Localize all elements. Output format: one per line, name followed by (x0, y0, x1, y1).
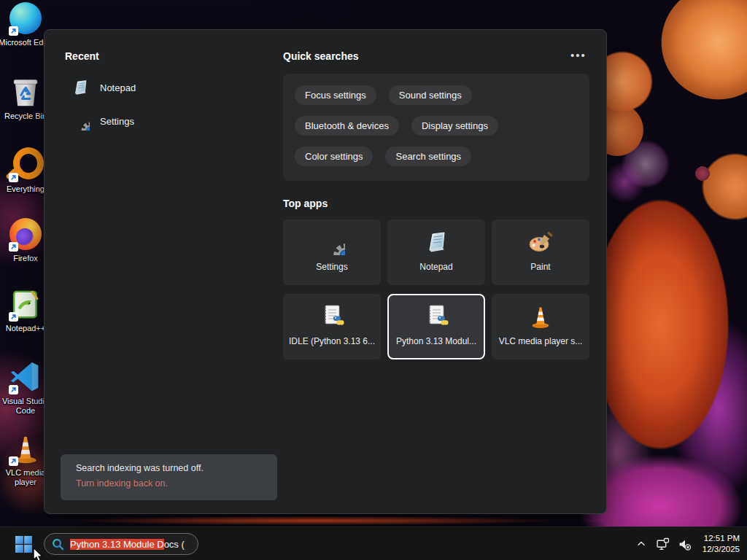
vscode-icon (7, 359, 44, 395)
shortcut-arrow-icon (9, 242, 18, 252)
shortcut-arrow-icon (9, 456, 18, 466)
recent-list: Notepad Settings (65, 71, 269, 138)
gear-icon (71, 112, 90, 131)
app-tile-label: VLC media player s... (499, 336, 583, 346)
python-document-icon (319, 303, 345, 330)
gear-icon (319, 229, 345, 255)
app-tile-idle-python[interactable]: IDLE (Python 3.13 6... (283, 294, 381, 359)
notepad-icon (71, 78, 90, 97)
app-tile-vlc-skinned[interactable]: VLC media player s... (492, 294, 589, 359)
app-tile-label: Python 3.13 Modul... (396, 336, 476, 346)
quick-search-pill[interactable]: Search settings (385, 147, 471, 166)
search-flyout-panel: Recent Notepad Settings Quick searches •… (44, 29, 607, 514)
ellipsis-icon: ••• (570, 49, 587, 61)
app-tile-notepad[interactable]: Notepad (387, 219, 485, 285)
shortcut-arrow-icon (9, 312, 18, 322)
vlc-icon (7, 430, 44, 467)
search-input-text: Python 3.13 Module Docs ( (70, 539, 185, 550)
clock-date: 12/3/2025 (703, 544, 740, 555)
desktop-icon-label: Recycle Bin (4, 112, 47, 121)
recycle-bin-icon (7, 74, 44, 110)
edge-icon (7, 0, 44, 36)
system-tray: 12:51 PM 12/3/2025 (634, 527, 740, 560)
turn-indexing-on-link[interactable]: Turn indexing back on. (76, 478, 277, 489)
taskbar-clock[interactable]: 12:51 PM 12/3/2025 (703, 533, 740, 555)
vlc-cone-icon (527, 303, 554, 330)
mouse-cursor (33, 548, 43, 560)
everything-icon (7, 147, 44, 183)
app-tile-settings[interactable]: Settings (283, 219, 381, 285)
quick-searches-card: Focus settings Sound settings Bluetooth … (283, 74, 589, 181)
top-apps-grid: Settings Notepad Paint IDLE (Python 3.13… (283, 219, 589, 359)
desktop-icon-label: Firefox (13, 254, 38, 263)
shortcut-arrow-icon (9, 26, 18, 36)
notepad-icon (423, 229, 449, 255)
taskbar-search-box[interactable]: Python 3.13 Module Docs ( (44, 533, 198, 555)
selected-text: Python 3.13 Module D (70, 539, 164, 550)
recent-item-settings[interactable]: Settings (65, 104, 269, 138)
shortcut-arrow-icon (9, 173, 18, 182)
taskbar: Python 3.13 Module Docs ( 12:51 PM 12/3 (0, 526, 747, 560)
quick-search-pill[interactable]: Sound settings (389, 85, 472, 105)
quick-search-pill[interactable]: Focus settings (295, 85, 376, 105)
windows-logo-icon (15, 535, 33, 553)
notepad-plus-plus-icon (7, 286, 44, 322)
shortcut-arrow-icon (9, 385, 18, 394)
paint-palette-icon (527, 229, 554, 255)
app-tile-label: Settings (316, 262, 347, 272)
tray-network-icon[interactable] (656, 537, 670, 551)
more-options-button[interactable]: ••• (566, 47, 591, 63)
recent-item-label: Settings (100, 116, 134, 127)
firefox-icon (7, 216, 44, 252)
quick-search-pill[interactable]: Display settings (411, 116, 498, 136)
desktop-icon-label: Notepad++ (6, 324, 45, 333)
indexing-notice-message: Search indexing was turned off. (76, 463, 277, 473)
recent-item-label: Notepad (100, 82, 136, 93)
unselected-text: ocs ( (164, 539, 185, 550)
clock-time: 12:51 PM (703, 533, 740, 544)
recent-section-title: Recent (65, 50, 99, 62)
top-apps-title: Top apps (283, 198, 328, 209)
quick-searches-title: Quick searches (283, 50, 359, 62)
tray-volume-mute-icon[interactable] (678, 537, 692, 551)
app-tile-label: Notepad (419, 262, 452, 272)
recent-item-notepad[interactable]: Notepad (65, 71, 269, 104)
app-tile-label: IDLE (Python 3.13 6... (289, 336, 375, 346)
python-document-icon (423, 303, 449, 330)
quick-search-pill[interactable]: Bluetooth & devices (295, 116, 399, 136)
indexing-notice: Search indexing was turned off. Turn ind… (61, 454, 277, 500)
search-icon (52, 538, 64, 551)
tray-chevron-up-icon[interactable] (634, 537, 649, 551)
app-tile-label: Paint (530, 262, 550, 272)
app-tile-paint[interactable]: Paint (492, 219, 589, 285)
quick-search-pill[interactable]: Color settings (295, 147, 373, 166)
app-tile-python-module-docs[interactable]: Python 3.13 Modul... (387, 294, 485, 359)
desktop-icon-label: Everything (7, 184, 44, 194)
